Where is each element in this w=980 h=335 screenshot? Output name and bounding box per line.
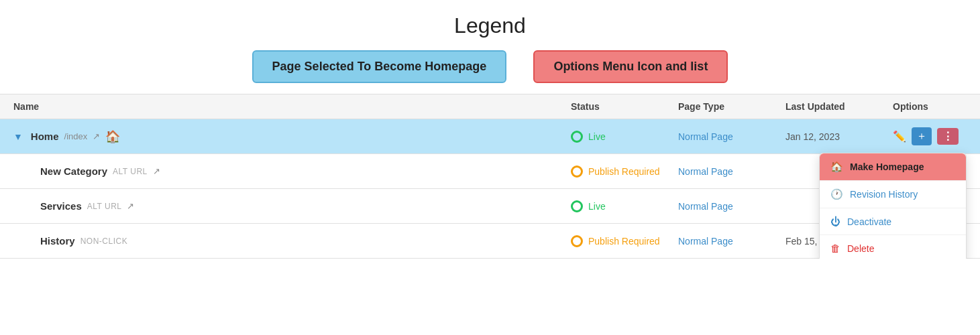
- table-header: Name Status Page Type Last Updated Optio…: [0, 94, 980, 119]
- status-cell: Publish Required: [571, 165, 678, 178]
- legend-badges: Page Selected To Become Homepage Options…: [0, 50, 980, 83]
- page-type-cell: Normal Page: [678, 201, 785, 212]
- page-name: New Category: [40, 165, 107, 177]
- status-text: Publish Required: [588, 236, 660, 247]
- external-link-icon[interactable]: ↗: [93, 131, 100, 141]
- row-name-area: ▼ Home /index ↗ 🏠: [13, 129, 571, 144]
- options-dropdown-menu: 🏠 Make Homepage 🕐 Revision History ⏻ Dea…: [819, 153, 967, 259]
- revision-history-label: Revision History: [850, 189, 918, 200]
- options-dots-button[interactable]: ⋮: [937, 128, 959, 145]
- delete-label: Delete: [847, 243, 874, 254]
- external-link-icon[interactable]: ↗: [127, 201, 134, 211]
- status-cell: Publish Required: [571, 235, 678, 247]
- edit-button[interactable]: ✏️: [893, 130, 906, 143]
- power-dropdown-icon: ⏻: [830, 216, 840, 227]
- status-dot-live: [571, 131, 583, 143]
- row-name-area: Services ALT URL ↗: [40, 200, 571, 212]
- add-button[interactable]: ＋: [912, 127, 932, 145]
- page-type-cell: Normal Page: [678, 131, 785, 142]
- make-homepage-item[interactable]: 🏠 Make Homepage: [820, 153, 966, 181]
- chevron-down-icon: ▼: [13, 131, 23, 142]
- non-click-label: NON-CLICK: [80, 237, 128, 246]
- badge-options-menu: Options Menu Icon and list: [533, 50, 728, 83]
- row-name-area: New Category ALT URL ↗: [40, 165, 571, 177]
- page-name: History: [40, 235, 75, 247]
- home-icon: 🏠: [105, 129, 120, 144]
- make-homepage-label: Make Homepage: [850, 161, 924, 172]
- badge-homepage: Page Selected To Become Homepage: [252, 50, 507, 83]
- status-text: Live: [588, 131, 606, 142]
- status-dot-live: [571, 200, 583, 212]
- status-cell: Live: [571, 200, 678, 212]
- page-type-cell: Normal Page: [678, 236, 785, 247]
- row-name-area: History NON-CLICK: [40, 235, 571, 247]
- status-cell: Live: [571, 131, 678, 143]
- header-options: Options: [893, 101, 967, 112]
- last-updated-cell: Jan 12, 2023: [785, 131, 893, 142]
- alt-url-label: ALT URL: [113, 167, 148, 176]
- history-dropdown-icon: 🕐: [830, 188, 843, 200]
- header-page-type: Page Type: [678, 101, 785, 112]
- delete-item[interactable]: 🗑 Delete: [820, 235, 966, 259]
- status-text: Live: [588, 201, 606, 212]
- deactivate-item[interactable]: ⏻ Deactivate: [820, 208, 966, 235]
- table-row: ▼ Home /index ↗ 🏠 Live Normal Page Jan 1…: [0, 119, 980, 154]
- header-last-updated: Last Updated: [785, 101, 893, 112]
- page-name: Home: [31, 131, 59, 142]
- alt-url-label: ALT URL: [87, 202, 122, 211]
- header-name: Name: [13, 101, 571, 112]
- trash-dropdown-icon: 🗑: [830, 243, 840, 254]
- legend-section: Legend Page Selected To Become Homepage …: [0, 0, 980, 94]
- home-dropdown-icon: 🏠: [830, 161, 843, 173]
- header-status: Status: [571, 101, 678, 112]
- legend-title: Legend: [0, 13, 980, 38]
- deactivate-label: Deactivate: [847, 216, 891, 227]
- page-url: /index: [64, 131, 88, 141]
- external-link-icon[interactable]: ↗: [153, 166, 160, 176]
- revision-history-item[interactable]: 🕐 Revision History: [820, 181, 966, 208]
- page-name: Services: [40, 200, 82, 212]
- status-dot-publish: [571, 165, 583, 178]
- status-dot-publish: [571, 235, 583, 247]
- status-text: Publish Required: [588, 166, 660, 177]
- page-type-cell: Normal Page: [678, 166, 785, 177]
- pages-table: Name Status Page Type Last Updated Optio…: [0, 94, 980, 259]
- options-cell: ✏️ ＋ ⋮: [893, 127, 967, 145]
